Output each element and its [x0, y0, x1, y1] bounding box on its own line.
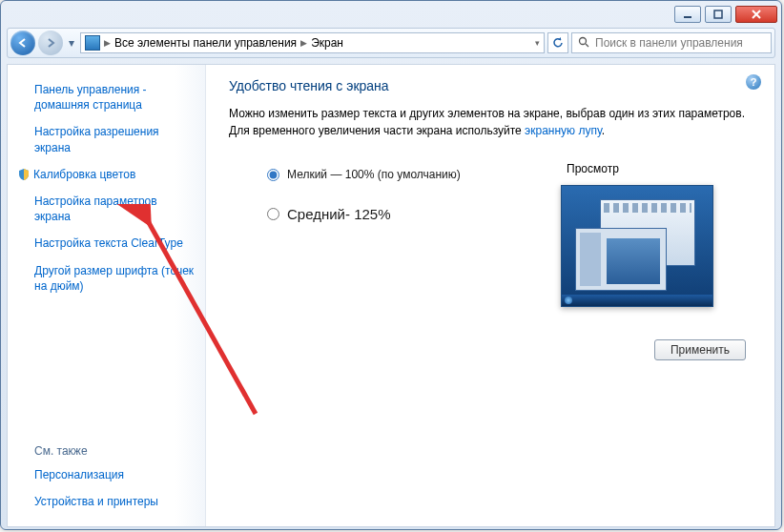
- option-label: Мелкий — 100% (по умолчанию): [287, 168, 461, 181]
- close-button[interactable]: [735, 6, 777, 23]
- svg-rect-1: [714, 10, 722, 18]
- chevron-down-icon[interactable]: ▾: [535, 38, 540, 48]
- size-options: Мелкий — 100% (по умолчанию) Средний- 12…: [229, 158, 561, 307]
- option-label: Средний- 125%: [287, 206, 391, 222]
- minimize-button[interactable]: [674, 6, 701, 23]
- display-icon: [85, 35, 100, 51]
- preview-column: Просмотр: [561, 158, 752, 307]
- breadcrumb-item[interactable]: Все элементы панели управления: [114, 36, 297, 50]
- svg-point-4: [580, 37, 587, 44]
- chevron-right-icon: ▶: [104, 38, 111, 48]
- sidebar-item-resolution[interactable]: Настройка разрешения экрана: [17, 118, 196, 160]
- search-icon: [578, 36, 589, 51]
- apply-button[interactable]: Применить: [654, 339, 746, 360]
- option-medium[interactable]: Средний- 125%: [267, 206, 561, 222]
- page-title: Удобство чтения с экрана: [229, 78, 752, 93]
- refresh-button[interactable]: [547, 32, 568, 53]
- breadcrumb-item[interactable]: Экран: [311, 36, 343, 50]
- sidebar-item-home[interactable]: Панель управления - домашняя страница: [17, 76, 196, 118]
- sidebar-footer-personalization[interactable]: Персонализация: [17, 461, 196, 488]
- sidebar-footer: См. также Персонализация Устройства и пр…: [17, 440, 196, 515]
- sidebar-item-cleartype[interactable]: Настройка текста ClearType: [17, 230, 196, 256]
- search-placeholder: Поиск в панели управления: [595, 36, 743, 50]
- shield-icon: [17, 168, 31, 181]
- page-description: Можно изменить размер текста и других эл…: [229, 105, 752, 139]
- magnifier-link[interactable]: экранную лупу: [525, 124, 602, 137]
- maximize-button[interactable]: [705, 6, 732, 23]
- sidebar-item-label: Калибровка цветов: [33, 167, 135, 182]
- preview-image: [561, 185, 713, 307]
- radio-small[interactable]: [267, 169, 279, 181]
- window-body: Панель управления - домашняя страница На…: [7, 64, 775, 527]
- chevron-right-icon: ▶: [300, 38, 307, 48]
- help-icon[interactable]: ?: [746, 74, 761, 90]
- sidebar-footer-heading: См. также: [17, 440, 196, 461]
- preview-label: Просмотр: [567, 162, 752, 175]
- sidebar-footer-devices[interactable]: Устройства и принтеры: [17, 488, 196, 515]
- search-input[interactable]: Поиск в панели управления: [571, 32, 772, 53]
- nav-history-dropdown[interactable]: ▾: [66, 36, 77, 50]
- sidebar-item-params[interactable]: Настройка параметров экрана: [17, 188, 196, 230]
- option-small[interactable]: Мелкий — 100% (по умолчанию): [267, 168, 561, 181]
- titlebar: [1, 1, 781, 28]
- control-panel-window: ▾ ▶ Все элементы панели управления ▶ Экр…: [0, 0, 782, 530]
- nav-forward-button[interactable]: [38, 31, 63, 55]
- sidebar-item-dpi[interactable]: Другой размер шрифта (точек на дюйм): [17, 257, 196, 299]
- svg-line-5: [586, 44, 588, 47]
- content-area: ? Удобство чтения с экрана Можно изменит…: [206, 65, 774, 526]
- sidebar: Панель управления - домашняя страница На…: [8, 65, 206, 526]
- nav-back-button[interactable]: [10, 31, 35, 55]
- sidebar-item-calibrate[interactable]: Калибровка цветов: [17, 161, 196, 188]
- address-bar[interactable]: ▶ Все элементы панели управления ▶ Экран…: [80, 32, 545, 53]
- radio-medium[interactable]: [267, 208, 279, 220]
- toolbar: ▾ ▶ Все элементы панели управления ▶ Экр…: [7, 28, 775, 58]
